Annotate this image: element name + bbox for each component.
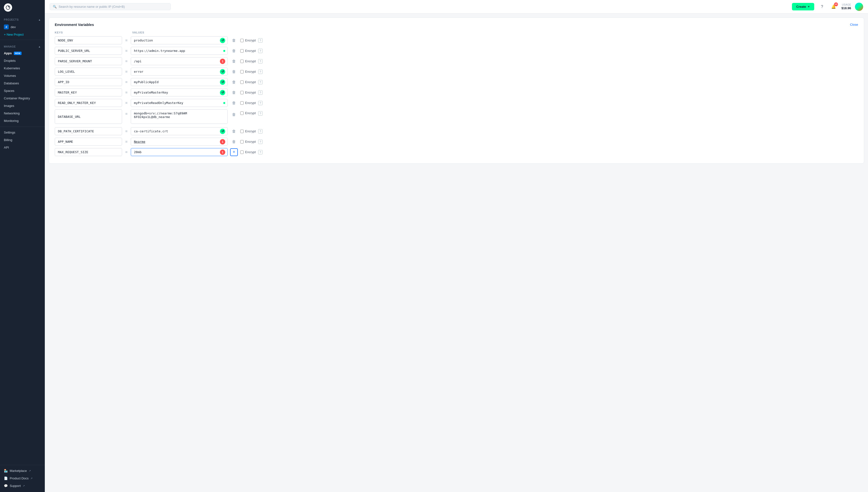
sidebar-item-droplets[interactable]: Droplets	[0, 57, 45, 65]
delete-button-node-env[interactable]: 🗑	[230, 36, 238, 44]
sidebar-item-api[interactable]: API	[0, 144, 45, 151]
sidebar-item-dev[interactable]: d dev	[0, 23, 45, 31]
help-icon-app-name[interactable]: ?	[258, 140, 263, 144]
encrypt-checkbox-db-path-certificate[interactable]	[240, 130, 244, 133]
delete-button-public-server-url[interactable]: 🗑	[230, 47, 238, 55]
value-input-database-url[interactable]: mongodb+srv://nearme:S7q89AM 6FO24px1L@d…	[131, 109, 228, 124]
dot-indicator-public-server-url	[223, 50, 225, 52]
logo-icon	[4, 3, 12, 11]
key-input-log-level[interactable]	[55, 68, 122, 76]
manage-chevron-icon: ▲	[38, 45, 41, 48]
help-icon-log-level[interactable]: ?	[258, 70, 263, 74]
encrypt-label-3: Encrypt	[245, 59, 256, 63]
equals-sign-3: =	[125, 59, 128, 64]
sidebar-item-container-registry[interactable]: Container Registry	[0, 95, 45, 102]
sidebar-bottom: 🏪 Marketplace ↗ 📄 Product Docs ↗ 💬 Suppo…	[0, 463, 45, 492]
value-input-log-level[interactable]	[131, 68, 228, 76]
delete-button-app-id[interactable]: 🗑	[230, 78, 238, 86]
key-input-app-id[interactable]	[55, 78, 122, 86]
delete-button-parse-server-mount[interactable]: 🗑	[230, 57, 238, 65]
encrypt-label-9: Encrypt	[245, 129, 256, 133]
encrypt-label-5: Encrypt	[245, 80, 256, 84]
sidebar-item-networking[interactable]: Networking	[0, 109, 45, 117]
apps-label: Apps	[4, 51, 12, 55]
key-input-public-server-url[interactable]	[55, 47, 122, 55]
value-input-public-server-url[interactable]	[131, 47, 228, 55]
create-button[interactable]: Create ▼	[792, 3, 814, 10]
sidebar-item-monitoring[interactable]: Monitoring	[0, 117, 45, 125]
value-input-db-path-certificate[interactable]	[131, 127, 228, 135]
key-input-parse-server-mount[interactable]	[55, 57, 122, 65]
value-wrap-app-name: 1	[131, 138, 228, 146]
delete-button-read-only-master-key[interactable]: 🗑	[230, 99, 238, 107]
new-project-button[interactable]: + New Project	[0, 31, 45, 38]
sidebar-item-kubernetes[interactable]: Kubernetes	[0, 65, 45, 72]
sidebar-item-images[interactable]: Images	[0, 102, 45, 109]
help-icon-max-request-size[interactable]: ?	[258, 150, 263, 154]
encrypt-checkbox-database-url[interactable]	[240, 112, 244, 115]
key-input-read-only-master-key[interactable]	[55, 99, 122, 107]
help-icon-db-path-certificate[interactable]: ?	[258, 129, 263, 133]
value-input-parse-server-mount[interactable]	[131, 57, 228, 65]
avatar[interactable]	[855, 3, 863, 11]
sidebar-item-support[interactable]: 💬 Support ↗	[0, 482, 45, 490]
key-input-db-path-certificate[interactable]	[55, 127, 122, 135]
help-icon-read-only-master-key[interactable]: ?	[258, 101, 263, 105]
key-input-app-name[interactable]	[55, 138, 122, 146]
delete-button-log-level[interactable]: 🗑	[230, 68, 238, 76]
help-icon-parse-server-mount[interactable]: ?	[258, 59, 263, 64]
sidebar-item-settings[interactable]: Settings	[0, 129, 45, 136]
sidebar-item-product-docs[interactable]: 📄 Product Docs ↗	[0, 474, 45, 482]
key-input-max-request-size[interactable]	[55, 148, 122, 156]
encrypt-checkbox-app-id[interactable]	[240, 80, 244, 84]
sidebar-item-databases[interactable]: Databases	[0, 79, 45, 87]
support-icon: 💬	[4, 484, 8, 488]
help-icon-database-url[interactable]: ?	[258, 111, 263, 116]
help-button[interactable]: ?	[818, 3, 826, 11]
notifications-button[interactable]: 🔔 25	[830, 3, 838, 11]
help-icon-node-env[interactable]: ?	[258, 38, 263, 43]
encrypt-checkbox-app-name[interactable]	[240, 140, 244, 144]
search-box[interactable]: 🔍 Search by resource name or public IP (…	[50, 3, 171, 10]
sidebar-item-billing[interactable]: Billing	[0, 136, 45, 144]
close-button[interactable]: Close	[850, 23, 858, 26]
sidebar-item-marketplace[interactable]: 🏪 Marketplace ↗	[0, 467, 45, 474]
encrypt-checkbox-read-only-master-key[interactable]	[240, 101, 244, 105]
value-input-master-key[interactable]	[131, 89, 228, 96]
value-input-node-env[interactable]	[131, 36, 228, 44]
encrypt-checkbox-log-level[interactable]	[240, 70, 244, 73]
equals-sign-10: =	[125, 140, 128, 144]
value-input-app-name[interactable]	[131, 138, 228, 146]
equals-sign-9: =	[125, 129, 128, 133]
sidebar-item-apps[interactable]: Apps NEW	[0, 49, 45, 57]
key-input-master-key[interactable]	[55, 89, 122, 96]
encrypt-checkbox-parse-server-mount[interactable]	[240, 59, 244, 63]
value-input-read-only-master-key[interactable]	[131, 99, 228, 107]
add-row-button[interactable]: +	[230, 148, 238, 156]
key-input-node-env[interactable]	[55, 36, 122, 44]
delete-button-db-path-certificate[interactable]: 🗑	[230, 127, 238, 135]
sidebar-item-spaces[interactable]: Spaces	[0, 87, 45, 95]
apps-new-badge: NEW	[14, 52, 22, 55]
projects-chevron-icon: ▲	[38, 19, 41, 21]
sidebar-item-volumes[interactable]: Volumes	[0, 72, 45, 79]
help-icon-app-id[interactable]: ?	[258, 80, 263, 84]
encrypt-checkbox-public-server-url[interactable]	[240, 49, 244, 53]
help-icon-master-key[interactable]: ?	[258, 91, 263, 95]
sidebar-logo[interactable]	[0, 0, 45, 15]
encrypt-checkbox-max-request-size[interactable]	[240, 150, 244, 154]
encrypt-checkbox-master-key[interactable]	[240, 91, 244, 94]
delete-button-app-name[interactable]: 🗑	[230, 138, 238, 146]
help-icon-public-server-url[interactable]: ?	[258, 49, 263, 53]
delete-button-master-key[interactable]: 🗑	[230, 89, 238, 96]
encrypt-label-11: Encrypt	[245, 150, 256, 154]
new-project-label: + New Project	[4, 33, 24, 36]
encrypt-checkbox-node-env[interactable]	[240, 39, 244, 42]
refresh-badge-log-level: ↺	[220, 69, 225, 74]
value-input-max-request-size[interactable]	[131, 148, 228, 156]
value-input-app-id[interactable]	[131, 78, 228, 86]
encrypt-label-10: Encrypt	[245, 140, 256, 144]
encrypt-wrap-database-url: Encrypt	[240, 111, 256, 115]
key-input-database-url[interactable]	[55, 109, 122, 124]
delete-button-database-url[interactable]: 🗑	[230, 111, 238, 119]
